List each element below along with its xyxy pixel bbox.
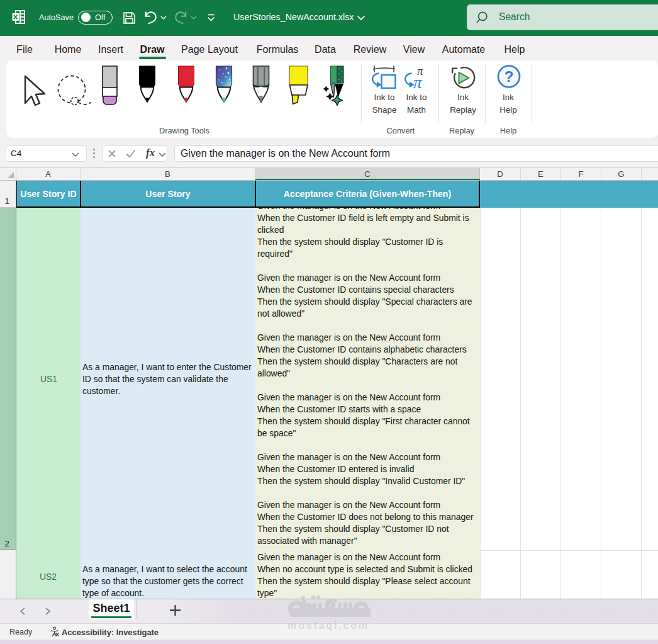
svg-text:π: π (413, 73, 423, 91)
svg-text:mostaql.com: mostaql.com (287, 620, 369, 631)
svg-text:?: ? (505, 68, 514, 85)
